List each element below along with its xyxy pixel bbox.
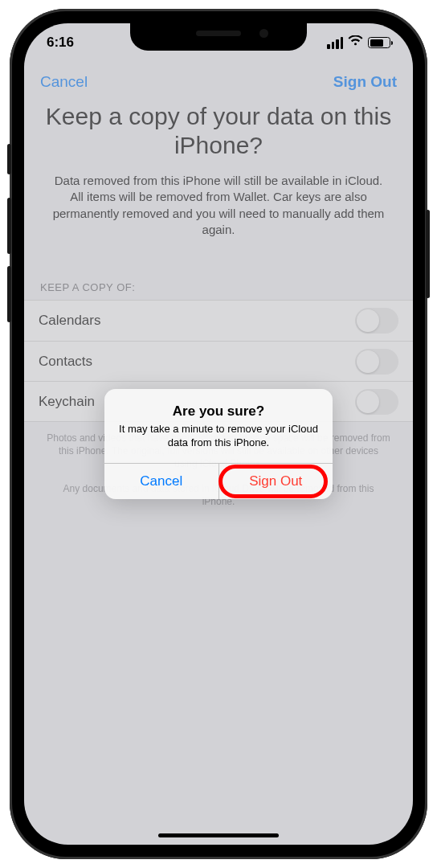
screen: 6:16 Cancel Sign Out Keep a copy of your… — [24, 23, 413, 845]
alert-signout-button[interactable]: Sign Out — [219, 464, 333, 499]
modal-overlay: Are you sure? It may take a minute to re… — [24, 23, 413, 845]
alert-title: Are you sure? — [119, 403, 318, 420]
phone-frame: 6:16 Cancel Sign Out Keep a copy of your… — [10, 9, 427, 859]
alert-cancel-button[interactable]: Cancel — [104, 464, 219, 499]
confirm-alert: Are you sure? It may take a minute to re… — [104, 389, 333, 499]
alert-message: It may take a minute to remove your iClo… — [119, 423, 318, 450]
